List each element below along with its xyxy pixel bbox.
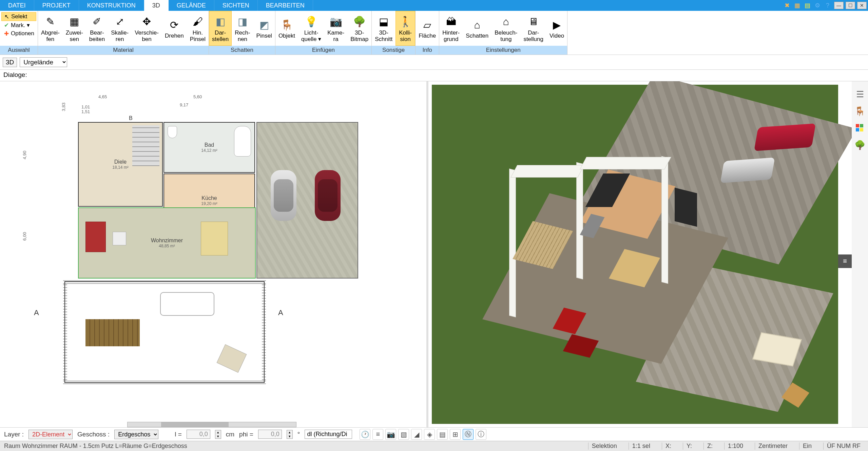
menu-bearbeiten[interactable]: BEARBEITEN <box>258 0 313 11</box>
dialoge-label: Dialoge: <box>3 71 27 78</box>
3d-bitmap-button[interactable]: 🌳3D-Bitmap <box>347 11 371 46</box>
rechnen-button[interactable]: ◨Rech-nen <box>232 11 253 46</box>
layers-tool-icon[interactable]: ☰ <box>854 88 866 100</box>
kamera-button[interactable]: 📷Kame-ra <box>324 11 347 46</box>
main-menu: DATEI PROJEKT KONSTRUKTION 3D GELÄNDE SI… <box>0 0 868 11</box>
palette-tool-icon[interactable] <box>854 122 866 134</box>
dl-input[interactable] <box>305 430 352 439</box>
minimize-button[interactable]: — <box>834 2 844 9</box>
objekt-button[interactable]: 🪑Objekt <box>275 11 298 46</box>
3d-canvas[interactable] <box>432 85 838 424</box>
mark-button[interactable]: ✔Mark. ▾ <box>1 21 36 29</box>
help-icon[interactable]: ? <box>823 1 832 10</box>
phi-spinner[interactable]: ▲▼ <box>287 430 293 439</box>
close-button[interactable]: ✕ <box>857 2 867 9</box>
layers2-icon[interactable]: ◈ <box>424 429 435 440</box>
stack-icon[interactable]: ▤ <box>437 429 448 440</box>
move-button[interactable]: ✥Verschie-ben <box>132 11 162 46</box>
darstellung-button[interactable]: 🖥Dar-stellung <box>520 11 546 46</box>
hinpinsel-button[interactable]: 🖌Hin.Pinsel <box>187 11 209 46</box>
flaeche-button[interactable]: ▱Fläche <box>416 11 439 46</box>
darstellen-button[interactable]: ◧Dar-stellen <box>209 11 232 46</box>
hintergrund-button[interactable]: 🏔Hinter-grund <box>439 11 463 46</box>
beleuchtung-button[interactable]: ⌂Beleuch-tung <box>491 11 520 46</box>
svg-rect-0 <box>856 124 859 127</box>
lounger-icon <box>217 344 247 373</box>
menu-projekt[interactable]: PROJEKT <box>34 0 79 11</box>
parking-area <box>256 122 358 279</box>
scale-button[interactable]: ⤢Skalie-ren <box>108 11 132 46</box>
l-label: l = <box>175 431 182 438</box>
bearbeiten-button[interactable]: ✐Bear-beiten <box>86 11 108 46</box>
pinsel-button[interactable]: ◩Pinsel <box>253 11 275 46</box>
video-button[interactable]: ▶Video <box>546 11 567 46</box>
lichtquelle-button[interactable]: 💡Licht-quelle ▾ <box>298 11 324 46</box>
l-unit: cm <box>226 431 234 438</box>
group-label-auswahl: Auswahl <box>0 46 38 55</box>
camera-icon: 📷 <box>329 15 343 28</box>
room-wohnzimmer[interactable]: Wohnzimmer 48,85 m² <box>78 207 256 279</box>
note-icon[interactable]: ▤ <box>803 1 812 10</box>
box-shade-icon: ◧ <box>214 15 227 28</box>
toilet-icon <box>168 126 177 138</box>
kollision-button[interactable]: 🚶Kolli-sion <box>396 11 415 46</box>
outdoor-sofa-icon <box>160 292 214 316</box>
tool-icon[interactable]: ✖ <box>783 1 791 10</box>
room-diele[interactable]: Diele 18,14 m² <box>78 122 163 207</box>
menu-datei[interactable]: DATEI <box>0 0 34 11</box>
monitor-icon: 🖥 <box>527 15 540 28</box>
3d-schnitt-button[interactable]: ⬓3D-Schnitt <box>372 11 396 46</box>
dim-text: 1,01 <box>81 104 90 109</box>
rotate-button[interactable]: ⟳Drehen <box>162 11 187 46</box>
camera2-icon[interactable]: 📷 <box>385 429 396 440</box>
boxes-icon: ◩ <box>257 18 271 32</box>
group-label-material: Material <box>38 46 209 55</box>
view-toolbar: 3D Urgelände <box>0 55 868 70</box>
menu-konstruktion[interactable]: KONSTRUKTION <box>79 0 144 11</box>
clock-icon[interactable]: 🕐 <box>360 429 370 440</box>
status-x: X: <box>662 443 675 450</box>
phi-input[interactable] <box>258 430 282 439</box>
furniture-tool-icon[interactable]: 🪑 <box>854 105 866 117</box>
dim-text: 4,90 <box>22 151 27 159</box>
view-3d[interactable]: ≡ <box>428 81 852 427</box>
bulb-icon: 💡 <box>305 15 318 28</box>
terrain-select[interactable]: Urgelände <box>20 57 67 67</box>
room-area: 18,14 m² <box>112 165 128 170</box>
horizontal-scrollbar[interactable] <box>127 422 296 427</box>
person-icon: 🚶 <box>399 15 412 28</box>
align-icon[interactable]: ≡ <box>372 429 383 440</box>
info-icon[interactable]: ⓘ <box>476 429 486 440</box>
setsquare-icon[interactable]: ◢ <box>411 429 422 440</box>
side-toolbar: ☰ 🪑 🌳 <box>852 81 868 427</box>
zuweisen-button[interactable]: ▦Zuwei-sen <box>63 11 86 46</box>
layer-label: Layer : <box>4 431 24 438</box>
floor-select[interactable]: Erdgeschoss <box>114 430 158 439</box>
group-label-einfuegen: Einfügen <box>275 46 371 55</box>
schatten-button[interactable]: ⌂Schatten <box>463 11 491 46</box>
menu-gelaende[interactable]: GELÄNDE <box>169 0 214 11</box>
layer-select[interactable]: 2D-Element <box>28 430 73 439</box>
menu-3d[interactable]: 3D <box>144 0 169 11</box>
abgreifen-button[interactable]: ✎Abgrei-fen <box>38 11 63 46</box>
options-button[interactable]: ✚Optionen <box>1 29 36 38</box>
l-input[interactable] <box>187 430 210 439</box>
house-light-icon: ⌂ <box>499 15 513 28</box>
room-bad[interactable]: Bad 14,12 m² <box>163 122 255 173</box>
house-sun-icon: ⌂ <box>470 18 484 32</box>
floor-plan: Diele 18,14 m² Bad 14,12 m² Küche 19,20 … <box>78 122 360 278</box>
settings-icon[interactable]: ⚙ <box>813 1 822 10</box>
ribbon-group-auswahl: ↖Selekt ✔Mark. ▾ ✚Optionen Auswahl <box>0 11 38 55</box>
layers-icon[interactable]: ▧ <box>398 429 409 440</box>
menu-sichten[interactable]: SICHTEN <box>214 0 258 11</box>
pin-icon[interactable]: ▦ <box>793 1 802 10</box>
grid-icon[interactable]: ⊞ <box>450 429 461 440</box>
maximize-button[interactable]: ☐ <box>846 2 855 9</box>
north-icon[interactable]: Ⓝ <box>463 429 474 440</box>
side-panel-toggle[interactable]: ≡ <box>838 254 852 268</box>
tree-tool-icon[interactable]: 🌳 <box>854 139 866 151</box>
select-button[interactable]: ↖Selekt <box>1 12 36 21</box>
dim-text: 1,51 <box>81 109 90 114</box>
l-spinner[interactable]: ▲▼ <box>215 430 221 439</box>
view-2d[interactable]: Diele 18,14 m² Bad 14,12 m² Küche 19,20 … <box>0 81 426 427</box>
